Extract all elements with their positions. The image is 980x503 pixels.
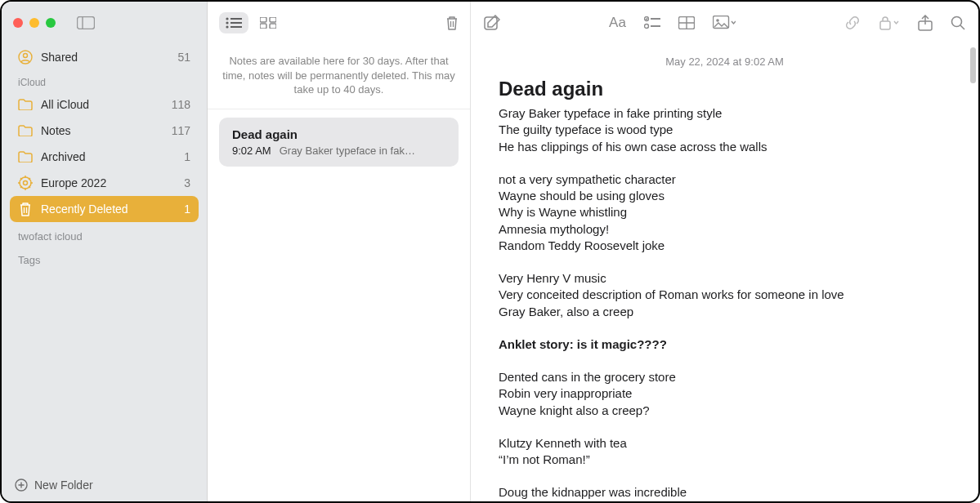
- checklist-button[interactable]: [644, 16, 660, 29]
- sidebar-item-recently-deleted[interactable]: Recently Deleted1: [10, 196, 199, 222]
- note-body-line: “I’m not Roman!”: [499, 452, 951, 468]
- notes-list-column: Notes are available here for 30 days. Af…: [208, 2, 471, 501]
- note-title: Dead again: [499, 78, 951, 100]
- note-body-line: Wayne knight also a creep?: [499, 403, 951, 419]
- format-button[interactable]: Aa: [609, 15, 626, 31]
- note-body-line: Very conceited description of Roman work…: [499, 287, 951, 303]
- sidebar-account-label[interactable]: twofact icloud: [10, 222, 199, 246]
- note-body-line: not a very sympathetic character: [499, 171, 951, 188]
- note-editor[interactable]: May 22, 2024 at 9:02 AM Dead again Gray …: [471, 44, 978, 501]
- lock-menu-button[interactable]: [879, 16, 900, 30]
- sidebar-item-label: Notes: [41, 124, 71, 137]
- note-body-line: Why is Wayne whistling: [499, 204, 951, 220]
- sidebar-item-label: All iCloud: [41, 98, 89, 111]
- sidebar-section: All iCloud118Notes117Archived1Europe 202…: [10, 91, 199, 222]
- app-window: Shared 51 iCloud All iCloud118Notes117Ar…: [0, 0, 980, 503]
- folder-icon: [18, 99, 33, 110]
- note-body-line: [499, 468, 951, 484]
- close-window-button[interactable]: [13, 18, 23, 28]
- note-body-line: Klutzy Kenneth with tea: [499, 435, 951, 452]
- new-folder-label: New Folder: [34, 479, 93, 492]
- sidebar-item-count: 3: [184, 176, 190, 189]
- note-body-line: [499, 155, 951, 171]
- person-circle-icon: [18, 50, 33, 65]
- toggle-sidebar-button[interactable]: [77, 16, 95, 29]
- svg-rect-27: [260, 24, 266, 29]
- note-body-line: Gray Baker typeface in fake printing sty…: [499, 105, 951, 122]
- sidebar-item-label: Archived: [41, 150, 85, 163]
- note-body: Gray Baker typeface in fake printing sty…: [499, 105, 951, 501]
- folder-icon: [18, 151, 33, 162]
- note-body-line: Robin very inappropriate: [499, 385, 951, 402]
- note-body-line: He has clippings of his own case across …: [499, 139, 951, 155]
- sidebar-item-europe-2022[interactable]: Europe 20223: [10, 170, 199, 196]
- svg-point-34: [644, 24, 648, 29]
- note-body-line: Doug the kidnapper was incredible: [499, 484, 951, 501]
- sidebar-item-archived[interactable]: Archived1: [10, 144, 199, 170]
- sidebar-tags-label[interactable]: Tags: [10, 246, 199, 269]
- new-folder-button[interactable]: New Folder: [2, 469, 207, 501]
- svg-rect-41: [880, 21, 890, 29]
- svg-rect-0: [78, 17, 95, 29]
- sidebar-item-count: 117: [172, 124, 190, 137]
- minimize-window-button[interactable]: [29, 18, 39, 28]
- media-menu-button[interactable]: [713, 16, 736, 30]
- note-body-line: Random Teddy Roosevelt joke: [499, 238, 951, 254]
- gallery-view-button[interactable]: [260, 17, 276, 29]
- delete-note-button[interactable]: [445, 16, 459, 30]
- editor-column: Aa May 22, 2024: [471, 2, 978, 501]
- deleted-notes-banner: Notes are available here for 30 days. Af…: [208, 44, 470, 109]
- note-item-title: Dead again: [232, 127, 445, 141]
- sidebar: Shared 51 iCloud All iCloud118Notes117Ar…: [2, 2, 208, 501]
- note-body-line: Amnesia mythology!: [499, 221, 951, 238]
- note-body-line: Dented cans in the grocery store: [499, 369, 951, 385]
- sidebar-section-label: iCloud: [10, 70, 199, 91]
- note-list-item[interactable]: Dead again 9:02 AM Gray Baker typeface i…: [219, 118, 459, 167]
- sidebar-item-all-icloud[interactable]: All iCloud118: [10, 91, 199, 118]
- zoom-window-button[interactable]: [46, 18, 56, 28]
- note-body-line: The guilty typeface is wood type: [499, 122, 951, 138]
- sidebar-item-count: 1: [184, 203, 190, 216]
- gear-icon: [18, 176, 33, 190]
- note-body-line: [499, 254, 951, 270]
- note-item-time: 9:02 AM: [232, 145, 271, 157]
- plus-circle-icon: [15, 479, 28, 492]
- scrollbar-thumb[interactable]: [970, 47, 976, 83]
- folder-icon: [18, 125, 33, 136]
- note-timestamp: May 22, 2024 at 9:02 AM: [499, 56, 951, 68]
- svg-point-43: [952, 17, 962, 27]
- note-item-preview: Gray Baker typeface in fak…: [280, 145, 415, 157]
- svg-rect-25: [260, 17, 266, 22]
- compose-button[interactable]: [484, 15, 500, 31]
- sidebar-content: Shared 51 iCloud All iCloud118Notes117Ar…: [2, 44, 207, 469]
- share-button[interactable]: [918, 15, 933, 31]
- sidebar-item-count: 1: [184, 150, 190, 163]
- list-toolbar: [208, 2, 470, 44]
- trash-icon: [18, 202, 33, 216]
- svg-point-19: [226, 17, 228, 20]
- sidebar-item-label: Shared: [41, 51, 78, 64]
- svg-point-5: [24, 181, 28, 185]
- editor-toolbar: Aa: [471, 2, 978, 44]
- svg-point-21: [226, 25, 228, 28]
- link-button[interactable]: [844, 15, 861, 31]
- note-body-line: [499, 419, 951, 435]
- note-body-line: Very Henry V music: [499, 270, 951, 287]
- traffic-lights: [13, 18, 56, 28]
- sidebar-item-shared[interactable]: Shared 51: [10, 44, 199, 70]
- note-body-line: [499, 320, 951, 336]
- note-body-line: Anklet story: is it magic????: [499, 336, 951, 353]
- note-body-line: Gray Baker, also a creep: [499, 304, 951, 320]
- list-view-button[interactable]: [219, 12, 248, 33]
- sidebar-item-label: Recently Deleted: [41, 203, 128, 216]
- svg-rect-26: [270, 17, 276, 22]
- note-body-line: [499, 353, 951, 369]
- svg-line-44: [960, 25, 964, 29]
- sidebar-item-label: Europe 2022: [41, 176, 106, 189]
- search-button[interactable]: [951, 16, 965, 30]
- table-button[interactable]: [678, 16, 695, 29]
- sidebar-item-count: 118: [172, 98, 190, 111]
- sidebar-item-count: 51: [177, 51, 190, 64]
- sidebar-item-notes[interactable]: Notes117: [10, 118, 199, 144]
- svg-rect-28: [270, 24, 276, 29]
